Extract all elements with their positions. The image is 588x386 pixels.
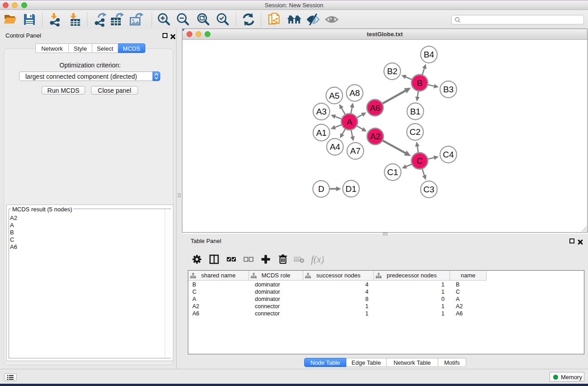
svg-text:B4: B4 [424, 50, 435, 59]
svg-text:C1: C1 [387, 167, 398, 177]
svg-text:A1: A1 [316, 128, 326, 138]
svg-text:A2: A2 [370, 132, 380, 141]
svg-text:A5: A5 [329, 91, 339, 100]
svg-text:C3: C3 [423, 185, 434, 194]
svg-text:A: A [347, 117, 353, 127]
svg-text:B3: B3 [443, 85, 454, 94]
svg-text:D: D [318, 184, 325, 194]
svg-text:B: B [417, 78, 423, 88]
svg-text:C4: C4 [443, 150, 454, 159]
svg-text:C2: C2 [410, 127, 421, 137]
svg-text:B1: B1 [410, 107, 421, 116]
svg-text:A4: A4 [330, 142, 340, 152]
svg-text:A8: A8 [349, 88, 360, 98]
svg-text:A3: A3 [316, 107, 326, 116]
svg-text:A7: A7 [350, 146, 360, 156]
svg-text:A6: A6 [370, 103, 380, 113]
svg-text:C: C [416, 156, 423, 166]
svg-text:D1: D1 [345, 184, 356, 194]
svg-text:f(x): f(x) [311, 254, 324, 265]
svg-text:B2: B2 [387, 67, 397, 76]
